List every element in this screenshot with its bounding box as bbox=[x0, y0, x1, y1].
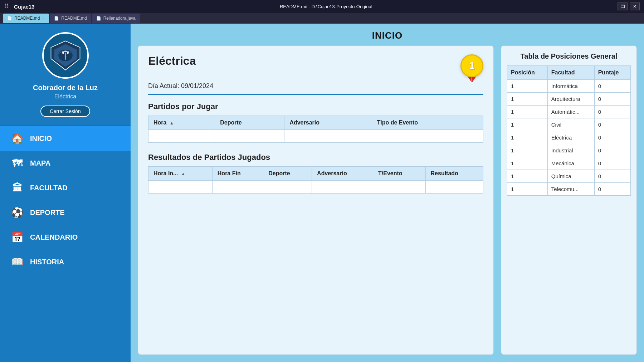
tab-label-1: README.md bbox=[14, 16, 40, 21]
positions-table: Posición Facultad Puntaje 1Informática01… bbox=[507, 65, 631, 196]
sidebar-item-calendario[interactable]: 📅 CALENDARIO bbox=[0, 225, 131, 250]
pos-cell-posicion-4: 1 bbox=[507, 131, 548, 144]
tab-rellenadora[interactable]: 📄 Rellenadora.java bbox=[92, 14, 140, 23]
res-empty-1 bbox=[148, 181, 213, 194]
app-name: Cujae13 bbox=[14, 4, 35, 10]
window-controls: 🗖 ✕ bbox=[618, 3, 640, 10]
pos-cell-facultad-2: Automátic... bbox=[547, 106, 594, 118]
tabbar: 📄 README.md ✕ 📄 README.md 📄 Rellenadora.… bbox=[0, 13, 644, 24]
col-tevento[interactable]: T/Evento bbox=[373, 167, 425, 181]
minimize-button[interactable]: 🗖 bbox=[618, 3, 628, 10]
nav-label-facultad: FACULTAD bbox=[30, 184, 68, 192]
res-empty-3 bbox=[263, 181, 312, 194]
positions-row-2: 1Automátic...0 bbox=[507, 106, 631, 118]
trophy-circle: 1 bbox=[460, 54, 483, 77]
main-panel: Eléctrica 1 Día Actual: 09/01/2024 Parti… bbox=[138, 45, 494, 355]
close-button[interactable]: ✕ bbox=[630, 3, 640, 10]
pos-cell-puntaje-1: 0 bbox=[594, 93, 630, 106]
nav-label-deporte: DEPORTE bbox=[30, 209, 65, 217]
pos-cell-posicion-0: 1 bbox=[507, 80, 548, 93]
svg-point-4 bbox=[67, 52, 68, 54]
col-hora[interactable]: Hora ▲ bbox=[148, 116, 215, 130]
page-title: INICIO bbox=[131, 24, 644, 45]
titlebar-left: ⠿ Cujae13 bbox=[4, 3, 35, 10]
content-body: Eléctrica 1 Día Actual: 09/01/2024 Parti… bbox=[131, 45, 644, 362]
tab-icon-2: 📄 bbox=[54, 16, 59, 21]
book-icon: 📖 bbox=[11, 256, 24, 268]
current-date: Día Actual: 09/01/2024 bbox=[148, 82, 483, 95]
pos-cell-facultad-3: Civil bbox=[547, 118, 594, 131]
sidebar-item-deporte[interactable]: ⚽ DEPORTE bbox=[0, 200, 131, 225]
pos-cell-facultad-5: Industrial bbox=[547, 144, 594, 157]
resultados-table: Hora In... ▲ Hora Fin Deporte Adversario… bbox=[148, 166, 483, 194]
col-hora-in[interactable]: Hora In... ▲ bbox=[148, 167, 213, 181]
pos-cell-posicion-1: 1 bbox=[507, 93, 548, 106]
faculty-title: Eléctrica bbox=[148, 54, 196, 68]
partidos-table: Hora ▲ Deporte Adversario Tipo de Evento bbox=[148, 116, 483, 143]
trophy-badge: 1 bbox=[460, 54, 483, 82]
building-icon: 🏛 bbox=[11, 182, 24, 194]
res-empty-2 bbox=[212, 181, 263, 194]
pos-col-posicion[interactable]: Posición bbox=[507, 66, 548, 80]
positions-row-4: 1Eléctrica0 bbox=[507, 131, 631, 144]
window-title: README.md - D:\Cujae13-Proyecto-Original bbox=[280, 4, 372, 9]
res-empty-4 bbox=[312, 181, 373, 194]
sidebar-faculty: Eléctrica bbox=[54, 93, 76, 100]
sort-hora-in-icon: ▲ bbox=[181, 171, 185, 176]
nav-label-mapa: MAPA bbox=[30, 159, 50, 167]
pos-cell-facultad-0: Informática bbox=[547, 80, 594, 93]
sidebar-item-mapa[interactable]: 🗺 MAPA bbox=[0, 151, 131, 176]
resultados-title: Resultados de Partidos Jugados bbox=[148, 153, 483, 162]
pos-cell-facultad-6: Mecánica bbox=[547, 157, 594, 170]
pos-cell-puntaje-2: 0 bbox=[594, 106, 630, 118]
positions-title: Tabla de Posiciones General bbox=[507, 52, 631, 60]
col-resultado[interactable]: Resultado bbox=[425, 167, 483, 181]
pos-col-facultad[interactable]: Facultad bbox=[547, 66, 594, 80]
pos-cell-facultad-4: Eléctrica bbox=[547, 131, 594, 144]
pos-cell-posicion-6: 1 bbox=[507, 157, 548, 170]
col-tipo-evento[interactable]: Tipo de Evento bbox=[372, 116, 483, 130]
trophy-number: 1 bbox=[469, 60, 475, 72]
logout-button[interactable]: Cerrar Sesión bbox=[40, 106, 90, 117]
pos-cell-puntaje-4: 0 bbox=[594, 131, 630, 144]
avatar bbox=[42, 32, 89, 79]
calendar-icon: 📅 bbox=[11, 231, 24, 243]
col-deporte[interactable]: Deporte bbox=[215, 116, 284, 130]
pos-col-puntaje[interactable]: Puntaje bbox=[594, 66, 630, 80]
tab-icon-3: 📄 bbox=[96, 16, 101, 21]
sidebar-item-facultad[interactable]: 🏛 FACULTAD bbox=[0, 176, 131, 200]
col-deporte-2[interactable]: Deporte bbox=[263, 167, 312, 181]
content-area: INICIO Eléctrica 1 bbox=[131, 24, 644, 362]
positions-panel: Tabla de Posiciones General Posición Fac… bbox=[501, 45, 637, 355]
col-adversario-2[interactable]: Adversario bbox=[312, 167, 373, 181]
pos-cell-posicion-5: 1 bbox=[507, 144, 548, 157]
positions-row-3: 1Civil0 bbox=[507, 118, 631, 131]
nav-label-inicio: INICIO bbox=[30, 134, 52, 143]
res-empty-5 bbox=[373, 181, 425, 194]
tab-label-2: README.md bbox=[61, 16, 87, 21]
tab-readme-active[interactable]: 📄 README.md ✕ bbox=[3, 14, 49, 23]
drag-handle: ⠿ bbox=[4, 3, 9, 10]
col-adversario[interactable]: Adversario bbox=[284, 116, 372, 130]
pos-cell-facultad-1: Arquitectura bbox=[547, 93, 594, 106]
pos-cell-facultad-8: Telecomu... bbox=[547, 183, 594, 196]
tab-close-1[interactable]: ✕ bbox=[42, 16, 45, 20]
avatar-shield-icon bbox=[49, 39, 82, 72]
pos-cell-puntaje-3: 0 bbox=[594, 118, 630, 131]
empty-cell-1 bbox=[148, 130, 215, 143]
pos-cell-puntaje-7: 0 bbox=[594, 170, 630, 183]
sidebar-item-historia[interactable]: 📖 HISTORIA bbox=[0, 250, 131, 274]
positions-row-0: 1Informática0 bbox=[507, 80, 631, 93]
pos-cell-posicion-3: 1 bbox=[507, 118, 548, 131]
pos-cell-puntaje-6: 0 bbox=[594, 157, 630, 170]
tab-readme-2[interactable]: 📄 README.md bbox=[50, 14, 91, 23]
sidebar-item-inicio[interactable]: 🏠 INICIO bbox=[0, 126, 131, 151]
col-hora-fin[interactable]: Hora Fin bbox=[212, 167, 263, 181]
partidos-title: Partidos por Jugar bbox=[148, 102, 483, 111]
pos-cell-facultad-7: Química bbox=[547, 170, 594, 183]
sidebar-username: Cobrador de la Luz bbox=[33, 84, 98, 92]
positions-row-5: 1Industrial0 bbox=[507, 144, 631, 157]
main-layout: Cobrador de la Luz Eléctrica Cerrar Sesi… bbox=[0, 24, 644, 362]
tab-icon-1: 📄 bbox=[7, 16, 12, 21]
sidebar: Cobrador de la Luz Eléctrica Cerrar Sesi… bbox=[0, 24, 131, 362]
